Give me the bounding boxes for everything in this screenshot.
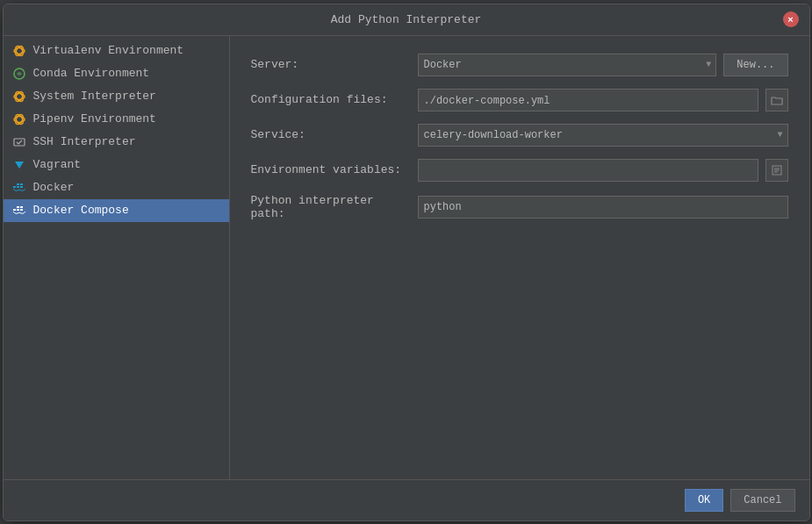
docker-icon	[12, 181, 26, 195]
server-select-wrapper: Docker ▼	[418, 54, 717, 76]
docker-compose-icon	[12, 204, 26, 218]
sidebar-item-docker[interactable]: Docker	[4, 176, 229, 199]
svg-rect-15	[20, 183, 23, 185]
svg-rect-13	[20, 186, 23, 188]
pipenv-icon	[12, 112, 26, 126]
service-select-wrapper: celery-download-worker ▼	[418, 124, 788, 147]
env-input[interactable]	[418, 159, 758, 182]
main-content: Server: Docker ▼ New... Configuration fi…	[230, 36, 809, 479]
title-bar: Add Python Interpreter ×	[4, 4, 809, 36]
svg-rect-18	[20, 209, 23, 211]
svg-rect-12	[17, 186, 19, 188]
env-row: Environment variables:	[251, 159, 788, 182]
config-field-wrapper: ./docker-compose.yml	[418, 89, 758, 111]
config-label: Configuration files:	[251, 93, 409, 106]
server-select[interactable]: Docker	[418, 54, 717, 76]
sidebar-item-pipenv[interactable]: Pipenv Environment	[4, 108, 229, 131]
cancel-button[interactable]: Cancel	[730, 489, 794, 512]
dialog-body: Virtualenv Environment Conda Environment	[4, 36, 809, 479]
sidebar-item-system[interactable]: System Interpreter	[4, 85, 229, 108]
sidebar-item-docker-compose-label: Docker Compose	[33, 204, 129, 217]
svg-rect-11	[13, 186, 16, 188]
svg-rect-17	[17, 209, 19, 211]
system-icon	[12, 90, 26, 104]
ok-button[interactable]: OK	[685, 489, 723, 512]
add-python-interpreter-dialog: Add Python Interpreter × Virtualenv Envi…	[3, 4, 810, 521]
edit-icon	[772, 165, 782, 176]
dialog-title: Add Python Interpreter	[331, 13, 482, 26]
virtualenv-icon	[12, 44, 26, 58]
new-button[interactable]: New...	[723, 54, 787, 76]
env-control	[418, 159, 788, 182]
service-row: Service: celery-download-worker ▼	[251, 124, 788, 147]
sidebar-item-docker-compose[interactable]: Docker Compose	[4, 199, 229, 222]
sidebar-item-pipenv-label: Pipenv Environment	[33, 112, 156, 126]
interpreter-input[interactable]	[418, 196, 788, 219]
close-button[interactable]: ×	[783, 11, 799, 27]
server-row: Server: Docker ▼ New...	[251, 54, 788, 76]
svg-rect-14	[17, 183, 19, 185]
sidebar-item-vagrant[interactable]: Vagrant	[4, 154, 229, 176]
config-control: ./docker-compose.yml	[418, 89, 788, 111]
svg-rect-10	[14, 139, 25, 146]
sidebar-item-virtualenv-label: Virtualenv Environment	[33, 44, 184, 57]
dialog-footer: OK Cancel	[4, 479, 809, 520]
sidebar-item-docker-label: Docker	[33, 181, 75, 194]
service-control: celery-download-worker ▼	[418, 124, 788, 147]
sidebar: Virtualenv Environment Conda Environment	[4, 36, 230, 479]
sidebar-item-conda[interactable]: Conda Environment	[4, 62, 229, 85]
interpreter-row: Python interpreter path:	[251, 194, 788, 220]
interpreter-control	[418, 196, 788, 219]
sidebar-item-virtualenv[interactable]: Virtualenv Environment	[4, 39, 229, 62]
env-edit-button[interactable]	[765, 159, 788, 182]
vagrant-icon	[12, 158, 26, 172]
interpreter-label: Python interpreter path:	[251, 194, 409, 220]
sidebar-item-conda-label: Conda Environment	[33, 67, 150, 80]
sidebar-item-ssh[interactable]: SSH Interpreter	[4, 131, 229, 154]
svg-rect-16	[13, 209, 16, 211]
config-row: Configuration files: ./docker-compose.ym…	[251, 89, 788, 111]
sidebar-item-ssh-label: SSH Interpreter	[33, 135, 136, 148]
ssh-icon	[12, 135, 26, 149]
conda-icon	[12, 67, 26, 81]
server-control: Docker ▼ New...	[418, 54, 788, 76]
folder-icon	[771, 95, 783, 105]
sidebar-item-system-label: System Interpreter	[33, 90, 156, 103]
service-label: Service:	[251, 128, 409, 141]
svg-rect-20	[20, 206, 23, 208]
config-text: ./docker-compose.yml	[418, 89, 758, 111]
sidebar-item-vagrant-label: Vagrant	[33, 158, 82, 171]
config-folder-button[interactable]	[765, 89, 788, 111]
server-label: Server:	[251, 58, 409, 71]
service-select[interactable]: celery-download-worker	[418, 124, 788, 147]
svg-rect-19	[17, 206, 19, 208]
env-label: Environment variables:	[251, 163, 409, 176]
